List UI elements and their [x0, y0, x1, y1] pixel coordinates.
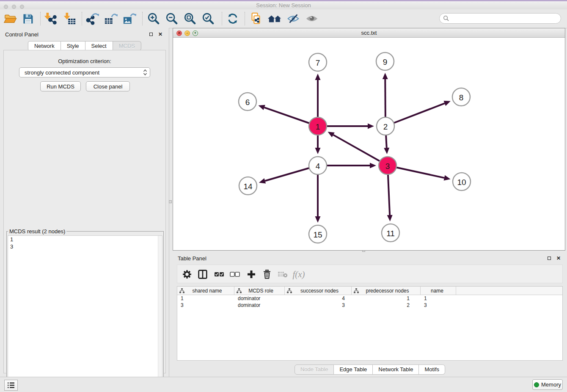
unselect-all-button[interactable]: [228, 268, 241, 281]
node-table: shared name MCDS role successor nodes pr…: [177, 286, 563, 361]
column-header-name[interactable]: name: [421, 287, 456, 295]
export-network-button[interactable]: [85, 11, 100, 26]
graph-node-label: 3: [385, 162, 390, 171]
frame-minimize-button[interactable]: −: [184, 30, 190, 36]
delete-table-button[interactable]: [276, 268, 289, 281]
table-row[interactable]: 1dominator411: [177, 295, 562, 302]
tab-network[interactable]: Network: [28, 41, 61, 51]
graph-edge-arrowhead: [383, 73, 388, 79]
table-cell: 1: [352, 295, 421, 301]
frame-maximize-button[interactable]: +: [193, 30, 198, 36]
window-zoom-button[interactable]: [20, 5, 24, 9]
select-all-button[interactable]: [213, 268, 226, 281]
duplicate-network-button[interactable]: [248, 11, 264, 26]
status-bar: Memory: [0, 377, 567, 392]
save-session-button[interactable]: [20, 11, 36, 26]
import-network-button[interactable]: [42, 11, 58, 26]
open-folder-icon: [3, 12, 17, 25]
graph-edge-arrowhead: [258, 105, 265, 110]
run-mcds-button[interactable]: Run MCDS: [40, 81, 81, 91]
table-cell: 1: [177, 295, 234, 301]
save-icon: [22, 12, 34, 25]
table-row[interactable]: 3dominator323: [177, 302, 562, 309]
tab-mcds[interactable]: MCDS: [113, 41, 141, 51]
column-header-shared-name[interactable]: shared name: [177, 287, 234, 295]
task-history-button[interactable]: [4, 380, 18, 391]
window-close-button[interactable]: [4, 5, 8, 9]
import-table-icon: [63, 12, 76, 25]
hierarchy-icon: [354, 288, 359, 293]
graph-edge-arrowhead: [315, 148, 321, 154]
criterion-dropdown[interactable]: strongly connected component: [19, 67, 150, 77]
column-header-label: MCDS role: [242, 288, 284, 294]
memory-button[interactable]: Memory: [532, 379, 563, 390]
main-toolbar: [0, 9, 567, 28]
tab-motifs[interactable]: Motifs: [419, 364, 445, 375]
mcds-result-list[interactable]: 1 3: [8, 235, 162, 386]
hide-preview-button[interactable]: [286, 11, 301, 26]
float-panel-icon[interactable]: [148, 31, 154, 38]
network-view-frame: ✕ − + scc.txt 7968124314101511: [173, 28, 565, 251]
export-table-button[interactable]: [103, 11, 118, 26]
tab-network-table[interactable]: Network Table: [373, 364, 419, 375]
column-header-label: shared name: [184, 288, 234, 294]
tab-node-table[interactable]: Node Table: [295, 364, 334, 375]
tab-style[interactable]: Style: [61, 41, 85, 51]
checked-boxes-icon: [214, 271, 224, 278]
search-input[interactable]: [451, 15, 557, 22]
titlebar: Session: New Session: [0, 1, 567, 10]
vertical-splitter-handle[interactable]: [169, 200, 172, 203]
column-header-label: predecessor nodes: [359, 288, 420, 294]
graph-edge-arrowhead: [444, 175, 451, 181]
control-panel-header: Control Panel ✕: [0, 28, 169, 41]
chevron-up-down-icon: [143, 69, 147, 76]
result-scrollbar[interactable]: [158, 236, 162, 386]
add-column-button[interactable]: [245, 268, 258, 281]
tab-edge-table[interactable]: Edge Table: [334, 364, 373, 375]
graph-node-label: 15: [313, 230, 322, 239]
close-panel-button[interactable]: Close panel: [86, 81, 130, 91]
export-network-icon: [85, 12, 99, 25]
show-columns-button[interactable]: [196, 268, 209, 281]
zoom-fit-button[interactable]: [182, 11, 198, 26]
home-view-button[interactable]: [267, 11, 282, 26]
graph-edge-arrowhead: [387, 215, 393, 221]
graph-node-label: 4: [316, 162, 320, 171]
window-minimize-button[interactable]: [12, 5, 16, 9]
apply-layout-button[interactable]: [225, 11, 240, 26]
search-icon: [443, 15, 449, 22]
float-panel-icon[interactable]: [546, 255, 553, 262]
memory-status-dot: [534, 382, 539, 387]
graph-node-label: 1: [316, 122, 320, 131]
search-field[interactable]: [439, 13, 561, 24]
graph-node-label: 8: [459, 93, 464, 102]
close-panel-icon[interactable]: ✕: [555, 255, 562, 262]
delete-column-button[interactable]: [261, 268, 273, 281]
frame-close-button[interactable]: ✕: [176, 30, 182, 36]
column-header-successor-nodes[interactable]: successor nodes: [285, 287, 352, 295]
table-panel-header: Table Panel ✕: [173, 252, 567, 265]
zoom-out-button[interactable]: [164, 11, 179, 26]
table-settings-button[interactable]: [181, 268, 193, 281]
network-canvas[interactable]: 7968124314101511: [173, 38, 565, 250]
graph-edge-2-8[interactable]: [385, 103, 445, 126]
import-table-button[interactable]: [62, 11, 77, 26]
network-frame-titlebar[interactable]: ✕ − + scc.txt: [173, 28, 565, 38]
toolbar-separator: [142, 12, 143, 25]
open-session-button[interactable]: [3, 11, 18, 26]
zoom-selected-button[interactable]: [201, 11, 216, 26]
zoom-out-icon: [165, 12, 179, 25]
table-cell: 4: [285, 295, 352, 301]
graph-node-label: 6: [245, 98, 250, 107]
export-image-button[interactable]: [122, 11, 137, 26]
function-builder-button[interactable]: f(x): [292, 268, 305, 281]
zoom-in-button[interactable]: [146, 11, 161, 26]
show-preview-button[interactable]: [304, 11, 319, 26]
table-cell: 3: [177, 302, 234, 308]
close-panel-icon[interactable]: ✕: [157, 31, 164, 38]
table-cell: 3: [421, 302, 456, 308]
column-header-predecessor-nodes[interactable]: predecessor nodes: [352, 287, 421, 295]
tab-select[interactable]: Select: [85, 41, 113, 51]
column-header-mcds-role[interactable]: MCDS role: [234, 287, 285, 295]
zoom-fit-icon: [183, 12, 197, 25]
